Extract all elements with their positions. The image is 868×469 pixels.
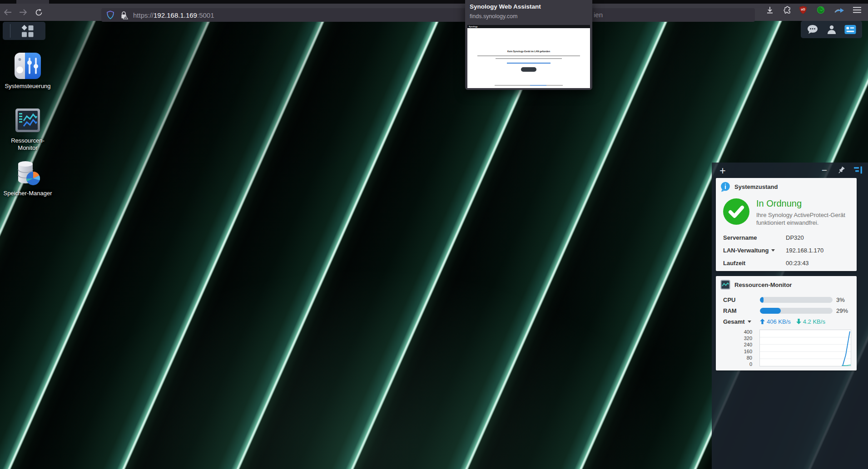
widget-title: Ressourcen-Monitor <box>734 281 792 288</box>
y-tick: 320 <box>744 335 752 341</box>
lan-dropdown-label: LAN-Verwaltung <box>723 247 769 254</box>
active-tab-sliver[interactable] <box>16 0 49 4</box>
description-line-2: funktioniert einwandfrei. <box>756 219 845 227</box>
arrow-extension-button[interactable] <box>833 4 846 16</box>
back-button[interactable] <box>1 6 15 19</box>
mini-monitor-icon <box>720 280 730 290</box>
widgets-toggle-button[interactable] <box>843 23 857 36</box>
desktop-icon-speicher-manager[interactable]: Speicher-Manager <box>3 159 53 197</box>
tracking-protection-shield-icon[interactable] <box>106 10 114 20</box>
y-tick: 80 <box>747 355 752 361</box>
desktop-wallpaper: Systemsteuerung Ressourcen-Monitor <box>0 21 868 469</box>
screen: https://192.168.1.169:5001 ien uO <box>0 0 868 469</box>
ublock-extension-button[interactable]: uO <box>796 4 810 16</box>
preview-thumbnail: Synology Kein Synology-Gerät im LAN gefu… <box>467 25 590 88</box>
desktop-icon-label: Systemsteuerung <box>3 83 53 90</box>
health-ok-check-icon <box>723 198 750 225</box>
table-row-laufzeit: Laufzeit 00:23:43 <box>723 257 852 269</box>
network-row: Gesamt 406 KB/s 4.2 KB/s <box>723 316 852 327</box>
cpu-meter-row: CPU 3% <box>723 294 852 305</box>
system-tray <box>801 21 862 38</box>
download-speed: 4.2 KB/s <box>803 318 825 325</box>
pin-panel-button[interactable] <box>837 166 847 176</box>
forward-button[interactable] <box>16 6 30 19</box>
thumbnail-button <box>521 67 536 72</box>
reload-icon <box>35 9 43 16</box>
url-bar[interactable]: https://192.168.1.169:5001 ien <box>101 8 755 22</box>
thumbnail-link-line <box>507 63 551 64</box>
health-status-text: In Ordnung <box>756 198 802 209</box>
y-tick: 160 <box>744 348 752 355</box>
thumbnail-footer-line <box>495 85 563 86</box>
widgets-panel-icon <box>844 25 856 35</box>
puzzle-icon <box>783 6 791 15</box>
blue-swoosh-arrow-icon <box>834 6 844 14</box>
row-value: 192.168.1.170 <box>786 247 823 254</box>
forward-icon <box>20 10 26 15</box>
url-scheme: https:// <box>133 11 154 19</box>
y-tick: 0 <box>749 361 752 367</box>
row-label: Servername <box>723 234 786 241</box>
hamburger-menu-icon <box>853 7 861 13</box>
y-tick: 400 <box>744 329 752 335</box>
cpu-label: CPU <box>723 296 760 303</box>
desktop-icon-ressourcen-monitor[interactable]: Ressourcen-Monitor <box>3 106 53 152</box>
green-shield-extension-button[interactable] <box>814 4 828 16</box>
extensions-button[interactable] <box>780 4 794 16</box>
row-label: Laufzeit <box>723 260 786 267</box>
resource-monitor-header: Ressourcen-Monitor <box>720 280 792 290</box>
download-arrow-icon <box>796 319 801 324</box>
browser-toolbar: https://192.168.1.169:5001 ien uO <box>0 4 868 21</box>
resource-monitor-widget: Ressourcen-Monitor CPU 3% RAM 29% Gesamt… <box>716 276 857 370</box>
lock-warning-icon[interactable] <box>120 11 128 20</box>
label-line-1: Ressourcen- <box>11 137 45 144</box>
minimize-panel-button[interactable]: − <box>819 164 830 177</box>
url-port: :5001 <box>197 11 214 19</box>
info-icon <box>720 182 730 192</box>
back-icon <box>5 10 11 15</box>
desktop-icon-label: Speicher-Manager <box>3 190 53 197</box>
table-row-lan: LAN-Verwaltung 192.168.1.170 <box>723 244 852 257</box>
cpu-percent-text: 3% <box>836 296 845 303</box>
user-menu-button[interactable] <box>825 23 838 36</box>
network-dropdown[interactable]: Gesamt <box>723 318 760 325</box>
widget-title: Systemzustand <box>734 183 778 190</box>
main-menu-button[interactable] <box>3 22 45 40</box>
desktop-icon-label: Ressourcen-Monitor <box>3 137 53 152</box>
row-value: 00:23:43 <box>786 260 809 267</box>
widget-panel: + − <box>712 163 868 469</box>
svg-text:uO: uO <box>801 8 805 11</box>
downloads-button[interactable] <box>763 4 777 16</box>
ram-label: RAM <box>723 307 760 314</box>
download-icon <box>766 6 774 14</box>
thumbnail-text-line <box>496 58 562 59</box>
network-chart <box>759 330 851 366</box>
upload-arrow-icon <box>760 319 765 324</box>
thumbnail-brand-logo: Synology <box>469 25 477 27</box>
row-label[interactable]: LAN-Verwaltung <box>723 247 786 254</box>
upload-speed: 406 KB/s <box>767 318 791 325</box>
ram-progress-fill <box>760 308 781 314</box>
tab-preview-tooltip: Synology Web Assistant finds.synology.co… <box>465 0 592 90</box>
dock-panel-button[interactable] <box>854 166 863 175</box>
preview-tab-url: finds.synology.com <box>470 13 517 20</box>
add-widget-button[interactable]: + <box>717 164 728 177</box>
taskbar-divider <box>10 24 10 38</box>
system-health-header: Systemzustand <box>720 182 778 192</box>
table-row-servername: Servername DP320 <box>723 231 852 244</box>
chat-bubble-icon <box>807 25 818 35</box>
green-swirl-icon <box>816 5 825 15</box>
system-info-rows: Servername DP320 LAN-Verwaltung 192.168.… <box>723 231 852 269</box>
preview-tab-title: Synology Web Assistant <box>470 3 541 10</box>
desktop-icon-systemsteuerung[interactable]: Systemsteuerung <box>3 52 53 90</box>
network-label: Gesamt <box>723 318 745 325</box>
thumbnail-heading: Kein Synology-Gerät im LAN gefunden <box>476 50 581 52</box>
reload-button[interactable] <box>32 6 45 19</box>
notifications-button[interactable] <box>806 23 819 36</box>
menu-button[interactable] <box>850 4 864 16</box>
url-text[interactable]: https://192.168.1.169:5001 <box>133 11 214 19</box>
cpu-progress-track <box>760 297 833 303</box>
label-line-2: Monitor <box>18 144 37 151</box>
thumbnail-header-bar: Synology <box>467 25 590 28</box>
upload-series-line <box>843 331 850 366</box>
